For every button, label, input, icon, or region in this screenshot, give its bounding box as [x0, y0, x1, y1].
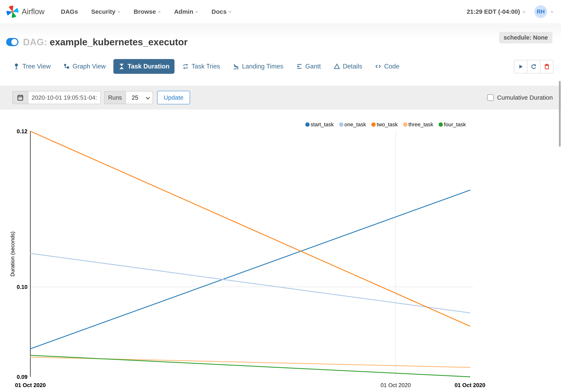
brand-name: Airflow [22, 7, 44, 16]
nav-label: Admin [174, 8, 193, 15]
nav-item-security[interactable]: Security [91, 8, 120, 15]
chevron-down-icon [158, 11, 161, 13]
x-tick-label: 01 Oct 2020 [15, 382, 46, 388]
nav-item-admin[interactable]: Admin [174, 8, 198, 15]
timezone-selector[interactable]: 21:29 EDT (-04:00) [467, 8, 526, 15]
series-line-one_task [30, 254, 470, 313]
avatar[interactable]: RH [534, 5, 547, 18]
nav-links: DAGs Security Browse Admin Docs [61, 8, 232, 15]
chevron-down-icon [117, 11, 120, 13]
navbar-right: 21:29 EDT (-04:00) RH [467, 5, 554, 18]
nav-item-browse[interactable]: Browse [134, 8, 161, 15]
nav-label: DAGs [61, 8, 78, 15]
chevron-down-icon [522, 11, 526, 13]
nav-item-dags[interactable]: DAGs [61, 8, 78, 15]
x-tick-label: 01 Oct 2020 [381, 382, 411, 388]
nav-label: Security [91, 8, 115, 15]
chevron-down-icon[interactable] [550, 11, 554, 13]
chevron-down-icon [228, 11, 232, 13]
y-tick-label: 0.12 [17, 128, 27, 135]
y-tick-label: 0.10 [17, 284, 27, 290]
series-line-two_task [30, 131, 470, 326]
nav-label: Browse [134, 8, 156, 15]
chevron-down-icon [195, 11, 198, 13]
y-tick-label: 0.09 [17, 374, 27, 380]
y-axis-title: Duration (seconds) [10, 232, 16, 276]
airflow-pinwheel-icon [6, 5, 19, 18]
series-line-start_task [30, 190, 470, 349]
x-tick-label: 01 Oct 2020 [454, 382, 485, 388]
clock-text: 21:29 EDT (-04:00) [467, 8, 520, 15]
navbar: Airflow DAGs Security Browse Admin Docs … [0, 0, 561, 24]
nav-label: Docs [211, 8, 226, 15]
task-duration-chart: 0.120.100.0901 Oct 202001 Oct 202001 Oct… [0, 0, 561, 392]
nav-item-docs[interactable]: Docs [211, 8, 231, 15]
airflow-brand[interactable]: Airflow [6, 5, 44, 18]
